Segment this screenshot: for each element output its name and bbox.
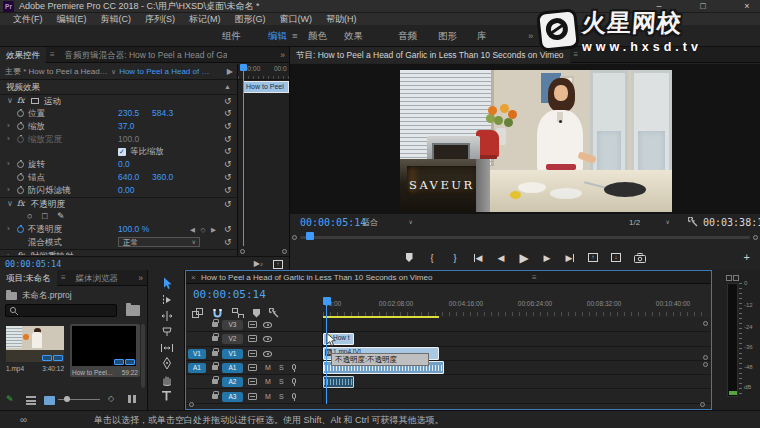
sync-lock-icon[interactable] xyxy=(248,335,257,342)
timeline-ruler[interactable]: 00:00 00:02:08:00 00:04:16:00 00:06:24:0… xyxy=(323,297,708,316)
voiceover-mic-icon[interactable] xyxy=(292,378,296,384)
expand-icon[interactable]: › xyxy=(7,250,10,255)
reset-antiflicker-button[interactable]: ↺ xyxy=(224,184,232,197)
reset-scale-width-button[interactable]: ↺ xyxy=(224,133,232,146)
item-name[interactable]: How to Peel... xyxy=(72,369,112,376)
reset-opacity-param-button[interactable]: ↺ xyxy=(224,223,232,236)
maximize-button[interactable]: □ xyxy=(690,0,716,13)
effect-motion[interactable]: ∨ fx 运动 ↺ xyxy=(0,94,237,107)
track-select-forward-tool[interactable] xyxy=(148,292,185,307)
expand-icon[interactable]: › xyxy=(7,223,10,236)
mark-out-button[interactable]: } xyxy=(450,253,460,263)
pen-mask-icon[interactable]: ✎ xyxy=(57,210,65,223)
track-v2-content[interactable]: fxHow t xyxy=(323,332,711,345)
stopwatch-icon[interactable] xyxy=(17,161,24,168)
selection-tool[interactable] xyxy=(148,276,185,291)
workspace-tab-editing[interactable]: 编辑 xyxy=(268,25,287,47)
project-search-input[interactable] xyxy=(5,304,117,317)
tab-media-browser[interactable]: 媒体浏览器 xyxy=(70,270,125,286)
workspace-tab-assembly[interactable]: 组件 xyxy=(222,25,241,47)
menu-sequence[interactable]: 序列(S) xyxy=(138,13,182,25)
step-back-button[interactable]: ◀ xyxy=(496,253,506,263)
lock-icon[interactable] xyxy=(212,379,218,384)
workspace-tab-graphics[interactable]: 图形 xyxy=(438,25,457,47)
menu-file[interactable]: 文件(F) xyxy=(6,13,50,25)
workspace-tab-color[interactable]: 颜色 xyxy=(308,25,327,47)
position-y-value[interactable]: 584.3 xyxy=(152,107,173,120)
lift-button[interactable]: ↑ xyxy=(588,253,598,262)
program-scrubber[interactable] xyxy=(290,231,760,245)
anchor-y-value[interactable]: 360.0 xyxy=(152,171,173,184)
timeline-hscrollbar[interactable] xyxy=(189,402,705,407)
tab-effect-controls[interactable]: 效果控件 xyxy=(0,47,46,63)
workspace-tab-menu-icon[interactable]: ≡ xyxy=(292,25,298,47)
reset-rotation-button[interactable]: ↺ xyxy=(224,158,232,171)
workspace-overflow-icon[interactable]: » xyxy=(528,25,533,47)
sync-lock-icon[interactable] xyxy=(248,350,257,357)
opacity-value[interactable]: 100.0 % xyxy=(118,223,149,236)
linked-selection-icon[interactable] xyxy=(232,308,244,319)
workspace-tab-libraries[interactable]: 库 xyxy=(477,25,487,47)
eye-icon[interactable] xyxy=(263,336,272,342)
play-button[interactable]: ▶ xyxy=(519,251,529,265)
tab-sequence[interactable]: How to Peel a Head of Garlic in Less Tha… xyxy=(201,271,432,284)
timeline-playhead[interactable] xyxy=(326,297,327,404)
lock-icon[interactable] xyxy=(212,365,218,370)
tab-audio-clip-mixer[interactable]: 音频剪辑混合器: How to Peel a Head of Garlic in… xyxy=(59,47,227,63)
stopwatch-icon[interactable] xyxy=(17,123,24,130)
solo-button[interactable]: S xyxy=(279,361,284,375)
project-item-video[interactable]: 1.mp4 3:40:12 xyxy=(4,324,66,373)
audio-meter-panel[interactable]: 0 -12 -24 -36 -48 dB xyxy=(712,270,760,410)
new-item-icon[interactable] xyxy=(128,395,136,403)
add-marker-icon[interactable] xyxy=(253,309,260,318)
panel-overflow-icon[interactable]: » xyxy=(280,47,285,63)
track-v3-button[interactable]: V3 xyxy=(222,320,243,330)
master-clip-label[interactable]: 主要 * How to Peel a Head of Ga... xyxy=(0,64,108,80)
show-timeline-view-icon[interactable]: ▶ xyxy=(227,64,233,80)
effect-time-remap[interactable]: › fx 时间重映射 xyxy=(0,249,237,255)
timeline-settings-wrench-icon[interactable] xyxy=(269,308,280,319)
expand-icon[interactable]: › xyxy=(7,158,10,171)
tab-program-monitor[interactable]: 节目: How to Peel a Head of Garlic in Less… xyxy=(290,47,570,63)
program-playhead[interactable] xyxy=(306,232,314,240)
track-v2-button[interactable]: V2 xyxy=(222,334,243,344)
reset-scale-button[interactable]: ↺ xyxy=(224,120,232,133)
mark-in-button[interactable]: { xyxy=(427,253,437,263)
lock-icon[interactable] xyxy=(212,322,218,327)
go-to-in-button[interactable]: ◀ xyxy=(473,253,483,263)
source-patch-a1-button[interactable]: A1 xyxy=(188,363,206,373)
antiflicker-value[interactable]: 0.00 xyxy=(118,184,135,197)
effect-controls-mini-timeline[interactable]: 00:00 00:0 How to Peel xyxy=(237,64,289,256)
expand-icon[interactable]: › xyxy=(7,184,10,197)
settings-wrench-icon[interactable] xyxy=(688,217,699,228)
sync-lock-icon[interactable] xyxy=(248,321,257,328)
next-keyframe-icon[interactable]: ▶ xyxy=(211,223,216,236)
uniform-scale-checkbox[interactable]: ✓ xyxy=(118,148,126,156)
stopwatch-icon[interactable] xyxy=(17,174,24,181)
step-forward-button[interactable]: ▶ xyxy=(542,253,552,263)
pen-tool[interactable] xyxy=(148,356,185,371)
add-marker-button[interactable] xyxy=(404,253,414,262)
zoom-slider[interactable] xyxy=(58,399,100,400)
sequence-clip-label[interactable]: How to Peel a Head of Garlic ... xyxy=(119,64,211,80)
menu-marker[interactable]: 标记(M) xyxy=(182,13,228,25)
mini-playhead[interactable] xyxy=(243,64,244,246)
work-area-bar[interactable] xyxy=(323,316,439,318)
menu-help[interactable]: 帮助(H) xyxy=(319,13,364,25)
track-a1-button[interactable]: A1 xyxy=(222,363,243,373)
play-audio-icon[interactable]: ▶♪ xyxy=(254,257,263,271)
insert-nest-icon[interactable] xyxy=(192,308,203,319)
minimize-button[interactable]: – xyxy=(646,0,672,13)
timeline-timecode[interactable]: 00:00:05:14 xyxy=(193,288,266,301)
rotation-value[interactable]: 0.0 xyxy=(118,158,130,171)
eye-icon[interactable] xyxy=(263,351,272,357)
workspace-tab-audio[interactable]: 音频 xyxy=(398,25,417,47)
mini-scrollbar[interactable] xyxy=(240,249,287,254)
solo-button[interactable]: S xyxy=(279,375,284,389)
lock-icon[interactable] xyxy=(212,351,218,356)
writable-pencil-icon[interactable]: ✎ xyxy=(6,394,14,404)
item-name[interactable]: 1.mp4 xyxy=(6,365,24,372)
button-editor-plus[interactable]: + xyxy=(744,245,750,270)
playback-resolution-dropdown[interactable]: 1/2 ∨ xyxy=(625,217,673,229)
voiceover-mic-icon[interactable] xyxy=(292,364,296,370)
